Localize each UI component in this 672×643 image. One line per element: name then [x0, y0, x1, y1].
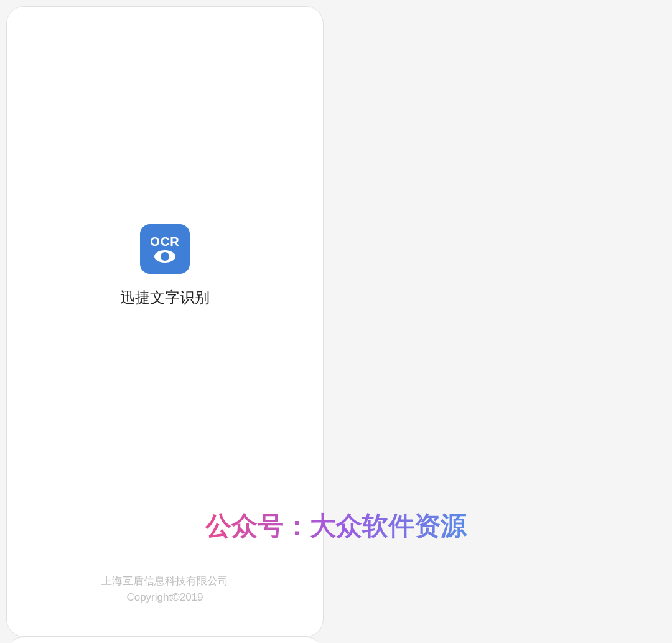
- splash-footer: 上海互盾信息科技有限公司 Copyright©2019: [101, 573, 228, 605]
- copyright-text: Copyright©2019: [101, 589, 228, 606]
- app-logo: OCR: [140, 224, 190, 274]
- logo-ocr-text: OCR: [150, 235, 179, 249]
- company-text: 上海互盾信息科技有限公司: [101, 573, 228, 589]
- status-bar: 22:01 ⏰ ⁴ᴳ▮▮▮ ⁴ᴳ▮▮▮ ▦ 74: [7, 637, 323, 643]
- phone-main: 22:01 ⏰ ⁴ᴳ▮▮▮ ⁴ᴳ▮▮▮ ▦ 74 搜索 T 拍图识字 X: [6, 637, 324, 643]
- app-name: 迅捷文字识别: [120, 288, 210, 307]
- eye-icon: [154, 250, 175, 263]
- phone-splash: OCR 迅捷文字识别 上海互盾信息科技有限公司 Copyright©2019: [6, 6, 324, 637]
